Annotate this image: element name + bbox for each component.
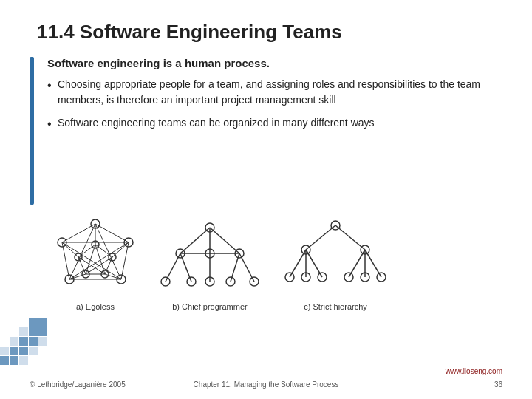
svg-line-20 xyxy=(95,245,112,257)
diagram-hierarchy-label: c) Strict hierarchy xyxy=(304,302,367,311)
footer-line xyxy=(30,378,502,378)
diagram-chief: b) Chief programmer xyxy=(151,216,269,311)
footer-page: 36 xyxy=(384,381,502,389)
footer-copyright: © Lethbridge/Laganière 2005 xyxy=(30,381,148,389)
bullet-item-1: Choosing appropriate people for a team, … xyxy=(47,77,502,108)
footer: © Lethbridge/Laganière 2005 Chapter 11: … xyxy=(0,381,532,389)
svg-line-49 xyxy=(180,253,191,282)
footer-chapter: Chapter 11: Managing the Software Proces… xyxy=(148,381,384,389)
left-accent-bar xyxy=(30,57,34,205)
slide: 11.4 Software Engineering Teams Software… xyxy=(0,0,532,399)
footer-url: www.lloseng.com xyxy=(446,367,502,375)
diagram-chief-label: b) Chief programmer xyxy=(172,302,247,311)
diagram-egoless: a) Egoless xyxy=(47,216,143,311)
svg-line-63 xyxy=(335,225,365,250)
svg-line-24 xyxy=(78,245,95,257)
page-title: 11.4 Software Engineering Teams xyxy=(37,21,502,44)
diagrams-row: a) Egoless xyxy=(47,216,502,311)
svg-line-30 xyxy=(95,245,105,274)
content-area: Software engineering is a human process.… xyxy=(30,57,502,205)
diagram-egoless-label: a) Egoless xyxy=(76,302,115,311)
svg-line-10 xyxy=(95,224,129,242)
deco-blocks xyxy=(0,318,52,369)
svg-line-43 xyxy=(180,228,210,253)
svg-line-48 xyxy=(166,253,180,282)
egoless-svg xyxy=(47,216,143,298)
bullet-item-2: Software engineering teams can be organi… xyxy=(47,115,502,131)
text-section: Software engineering is a human process.… xyxy=(47,57,502,205)
subtitle: Software engineering is a human process. xyxy=(47,57,502,69)
bullet-list: Choosing appropriate people for a team, … xyxy=(47,77,502,131)
hierarchy-svg xyxy=(276,216,395,298)
chief-svg xyxy=(151,216,269,298)
diagram-hierarchy: c) Strict hierarchy xyxy=(276,216,395,311)
svg-line-52 xyxy=(239,253,254,282)
svg-line-31 xyxy=(86,245,95,274)
svg-line-45 xyxy=(210,228,239,253)
svg-line-51 xyxy=(231,253,239,282)
svg-line-14 xyxy=(62,224,95,242)
svg-line-62 xyxy=(306,225,335,250)
